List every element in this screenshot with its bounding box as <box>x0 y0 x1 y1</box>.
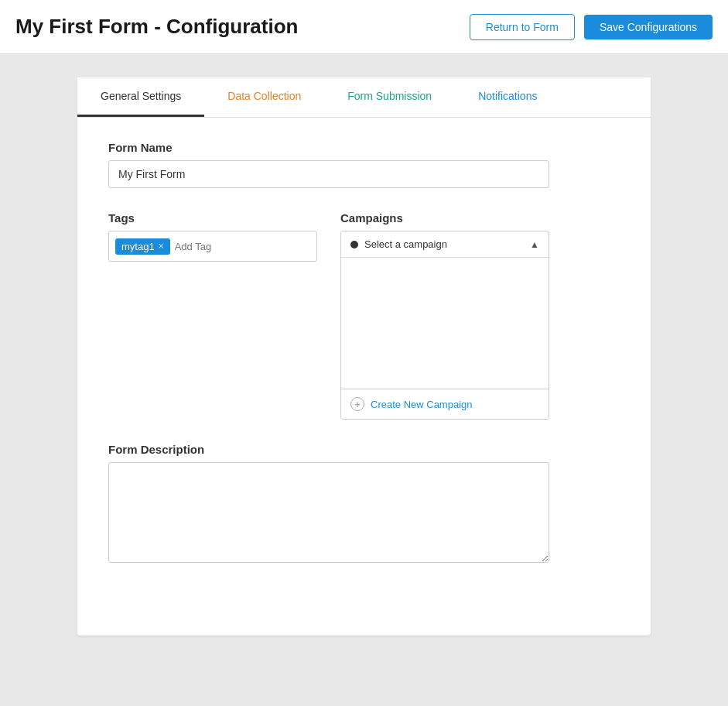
campaigns-label: Campaigns <box>340 211 549 224</box>
tags-label: Tags <box>108 211 317 224</box>
campaign-dot-icon <box>350 241 358 248</box>
header-actions: Return to Form Save Configurations <box>470 14 713 40</box>
plus-icon: + <box>350 397 364 411</box>
main-content: General Settings Data Collection Form Su… <box>0 54 728 659</box>
tag-item: mytag1 × <box>115 238 170 255</box>
configuration-card: General Settings Data Collection Form Su… <box>77 77 651 636</box>
tab-content-general: Form Name Tags mytag1 × <box>77 118 651 636</box>
tag-remove-button[interactable]: × <box>159 241 164 252</box>
header: My First Form - Configuration Return to … <box>0 0 728 54</box>
campaigns-dropdown-header[interactable]: Select a campaign ▲ <box>341 231 549 258</box>
tags-campaigns-row: Tags mytag1 × Campaigns <box>108 211 620 420</box>
tab-notifications[interactable]: Notifications <box>455 77 560 117</box>
create-campaign-text: Create New Campaign <box>371 399 473 410</box>
form-description-label: Form Description <box>108 443 620 456</box>
return-to-form-button[interactable]: Return to Form <box>470 14 575 40</box>
tags-group: Tags mytag1 × <box>108 211 317 262</box>
campaigns-list <box>341 258 549 389</box>
chevron-up-icon: ▲ <box>530 239 539 250</box>
form-description-textarea[interactable] <box>108 462 549 563</box>
tags-input-area[interactable]: mytag1 × <box>108 231 317 262</box>
form-description-group: Form Description <box>108 443 620 566</box>
save-configurations-button[interactable]: Save Configurations <box>584 15 713 39</box>
page-title: My First Form - Configuration <box>15 15 298 39</box>
create-campaign-footer[interactable]: + Create New Campaign <box>341 389 549 419</box>
campaigns-container: Select a campaign ▲ + Create New Campaig… <box>340 231 549 420</box>
campaigns-group: Campaigns Select a campaign ▲ + <box>340 211 549 420</box>
campaigns-header-left: Select a campaign <box>350 238 447 250</box>
form-name-input[interactable] <box>108 160 549 188</box>
form-name-group: Form Name <box>108 141 620 188</box>
add-tag-input[interactable] <box>175 241 310 252</box>
campaigns-select-text: Select a campaign <box>364 238 447 250</box>
tab-data-collection[interactable]: Data Collection <box>204 77 324 117</box>
tab-general-settings[interactable]: General Settings <box>77 77 204 117</box>
form-name-label: Form Name <box>108 141 620 154</box>
tag-label: mytag1 <box>121 241 155 252</box>
tabs-bar: General Settings Data Collection Form Su… <box>77 77 651 118</box>
tab-form-submission[interactable]: Form Submission <box>324 77 455 117</box>
